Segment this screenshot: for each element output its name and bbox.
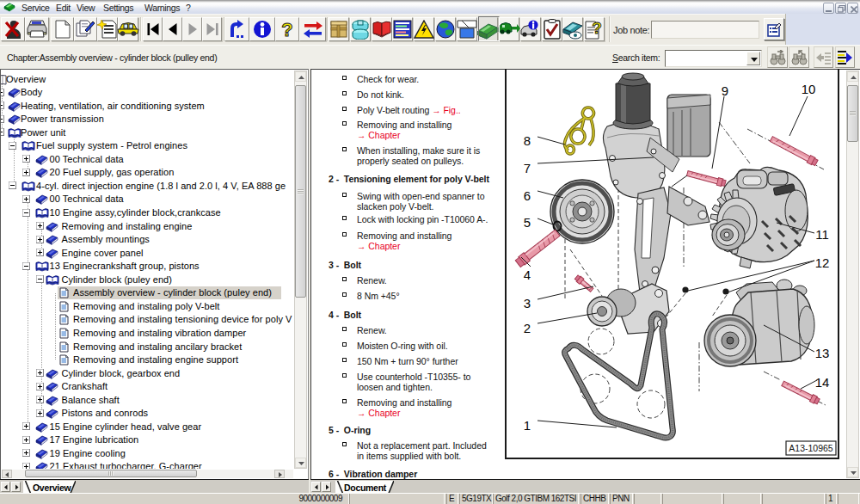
svg-text:12: 12 (815, 255, 830, 270)
svg-text:3: 3 (524, 296, 531, 310)
svg-text:10: 10 (802, 82, 816, 96)
svg-text:8: 8 (524, 133, 531, 148)
svg-text:7: 7 (524, 161, 531, 175)
svg-text:6: 6 (524, 188, 531, 203)
svg-text:4: 4 (524, 267, 531, 282)
svg-text:?: ? (592, 19, 602, 37)
svg-text:13: 13 (815, 346, 830, 360)
svg-text:14: 14 (815, 375, 830, 390)
svg-text:9: 9 (722, 83, 728, 98)
svg-text:A13-10965: A13-10965 (789, 443, 833, 453)
svg-text:1: 1 (524, 418, 531, 433)
svg-text:5: 5 (524, 215, 531, 230)
svg-text:2: 2 (524, 321, 531, 335)
svg-text:?: ? (281, 20, 292, 39)
svg-text:11: 11 (815, 227, 829, 242)
